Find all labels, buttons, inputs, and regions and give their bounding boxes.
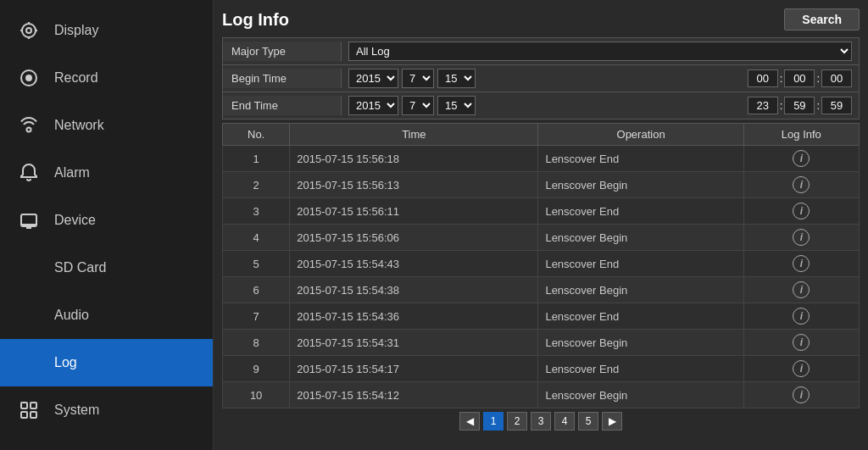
- begin-time-row: Begin Time 2015 7 15 : :: [223, 65, 859, 92]
- begin-year-select[interactable]: 2015: [348, 69, 398, 88]
- info-icon[interactable]: i: [793, 229, 810, 246]
- table-row: 9 2015-07-15 15:54:17 Lenscover End i: [223, 356, 860, 382]
- sidebar-item-sd-card[interactable]: SD Card: [0, 244, 213, 292]
- svg-point-1: [26, 28, 31, 33]
- cell-no: 9: [223, 356, 290, 382]
- info-icon[interactable]: i: [793, 176, 810, 193]
- info-icon[interactable]: i: [793, 255, 810, 272]
- cell-operation: Lenscover End: [538, 251, 743, 277]
- page-3-button[interactable]: 3: [531, 412, 551, 431]
- cell-no: 1: [223, 146, 290, 172]
- info-icon[interactable]: i: [793, 386, 810, 403]
- info-icon[interactable]: i: [793, 360, 810, 377]
- sidebar-item-system[interactable]: System: [0, 386, 213, 434]
- cell-time: 2015-07-15 15:54:17: [290, 356, 538, 382]
- cell-loginfo[interactable]: i: [743, 251, 859, 277]
- table-row: 6 2015-07-15 15:54:38 Lenscover Begin i: [223, 277, 860, 303]
- begin-minute-input[interactable]: [784, 69, 815, 87]
- cell-loginfo[interactable]: i: [743, 382, 859, 408]
- end-time-controls: 2015 7 15 : :: [342, 92, 859, 119]
- sidebar-item-display[interactable]: Display: [0, 7, 213, 54]
- sidebar-item-label-sd-card: SD Card: [54, 260, 106, 275]
- cell-loginfo[interactable]: i: [743, 225, 859, 251]
- table-row: 7 2015-07-15 15:54:36 Lenscover End i: [223, 303, 860, 330]
- end-month-select[interactable]: 7: [402, 96, 434, 115]
- search-button[interactable]: Search: [784, 8, 860, 31]
- cell-loginfo[interactable]: i: [743, 356, 859, 382]
- begin-day-select[interactable]: 15: [437, 69, 476, 88]
- info-icon[interactable]: i: [793, 281, 810, 298]
- alarm-icon: [17, 161, 41, 185]
- end-time-group: : :: [748, 97, 852, 114]
- sidebar-item-device[interactable]: Device: [0, 197, 213, 244]
- cell-no: 3: [223, 198, 290, 225]
- begin-month-select[interactable]: 7: [402, 69, 434, 88]
- cell-operation: Lenscover End: [538, 303, 743, 330]
- sd-card-icon: [17, 256, 41, 280]
- col-operation: Operation: [538, 124, 743, 146]
- prev-page-button[interactable]: ◀: [459, 412, 480, 431]
- end-year-select[interactable]: 2015: [348, 96, 398, 115]
- sidebar-item-label-record: Record: [54, 70, 98, 86]
- sidebar-item-record[interactable]: Record: [0, 54, 213, 102]
- cell-time: 2015-07-15 15:54:12: [290, 382, 538, 408]
- begin-time-controls: 2015 7 15 : :: [342, 65, 859, 92]
- sidebar-item-label-log: Log: [54, 355, 77, 370]
- cell-no: 7: [223, 303, 290, 330]
- sidebar-item-alarm[interactable]: Alarm: [0, 149, 213, 197]
- cell-time: 2015-07-15 15:56:06: [290, 225, 538, 251]
- cell-operation: Lenscover End: [538, 146, 743, 172]
- cell-no: 10: [223, 382, 290, 408]
- major-type-label: Major Type: [223, 42, 342, 61]
- cell-loginfo[interactable]: i: [743, 198, 859, 225]
- audio-icon: [17, 303, 41, 327]
- sidebar-item-label-display: Display: [54, 23, 98, 38]
- begin-time-group: : :: [748, 69, 852, 87]
- end-second-input[interactable]: [821, 97, 852, 114]
- cell-operation: Lenscover Begin: [538, 225, 743, 251]
- cell-loginfo[interactable]: i: [743, 330, 859, 356]
- major-type-row: Major Type All Log: [223, 38, 859, 65]
- sidebar-item-label-device: Device: [54, 213, 96, 228]
- begin-hour-input[interactable]: [748, 69, 778, 87]
- sidebar-item-label-audio: Audio: [54, 308, 89, 323]
- end-hour-input[interactable]: [748, 97, 778, 114]
- page-4-button[interactable]: 4: [554, 412, 575, 431]
- svg-point-8: [27, 128, 31, 132]
- next-page-button[interactable]: ▶: [602, 412, 622, 431]
- cell-operation: Lenscover End: [538, 356, 743, 382]
- end-day-select[interactable]: 15: [437, 96, 476, 115]
- sidebar-item-log[interactable]: Log: [0, 339, 213, 386]
- sidebar-item-label-alarm: Alarm: [54, 165, 90, 181]
- table-row: 2 2015-07-15 15:56:13 Lenscover Begin i: [223, 172, 860, 198]
- page-5-button[interactable]: 5: [578, 412, 598, 431]
- cell-operation: Lenscover Begin: [538, 382, 743, 408]
- sidebar-item-audio[interactable]: Audio: [0, 292, 213, 339]
- cell-operation: Lenscover Begin: [538, 172, 743, 198]
- table-row: 8 2015-07-15 15:54:31 Lenscover Begin i: [223, 330, 860, 356]
- cell-loginfo[interactable]: i: [743, 277, 859, 303]
- begin-second-input[interactable]: [821, 69, 852, 87]
- cell-no: 6: [223, 277, 290, 303]
- svg-rect-12: [21, 403, 27, 408]
- info-icon[interactable]: i: [793, 203, 810, 219]
- page-2-button[interactable]: 2: [507, 412, 527, 431]
- page-title: Log Info: [222, 10, 289, 30]
- major-type-select[interactable]: All Log: [348, 42, 852, 61]
- end-minute-input[interactable]: [784, 97, 815, 114]
- info-icon[interactable]: i: [793, 334, 810, 351]
- end-time-label: End Time: [223, 96, 342, 115]
- sidebar-item-network[interactable]: Network: [0, 102, 213, 149]
- cell-loginfo[interactable]: i: [743, 303, 859, 330]
- page-1-button[interactable]: 1: [483, 412, 504, 431]
- cell-time: 2015-07-15 15:54:36: [290, 303, 538, 330]
- cell-loginfo[interactable]: i: [743, 172, 859, 198]
- info-icon[interactable]: i: [793, 150, 810, 167]
- cell-loginfo[interactable]: i: [743, 146, 859, 172]
- svg-rect-13: [31, 403, 36, 408]
- cell-time: 2015-07-15 15:54:43: [290, 251, 538, 277]
- cell-no: 5: [223, 251, 290, 277]
- main-content: Log Info Search Major Type All Log Begin…: [214, 0, 868, 450]
- cell-time: 2015-07-15 15:54:38: [290, 277, 538, 303]
- info-icon[interactable]: i: [793, 308, 810, 325]
